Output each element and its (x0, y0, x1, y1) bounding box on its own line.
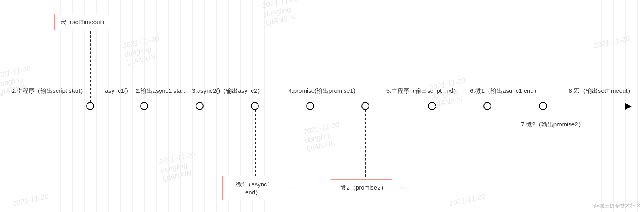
timeline-node (251, 102, 259, 110)
timeline-node-label: 6.微1（输出asunc1 end） (470, 87, 539, 95)
timeline-node-label: 2.输出async1 start (135, 87, 185, 95)
timeline-node-label: 1.主程序（输出script start） (12, 87, 87, 95)
timeline-node (428, 102, 436, 110)
timeline-node-label: 4.promise(输出promise1) (288, 87, 355, 95)
connector-dash (255, 110, 256, 176)
macro-task-callout: 宏（setTimeout） (54, 14, 120, 30)
watermark: 2021-11-20 (12, 192, 50, 208)
watermark: 2021-11-20 dongling QIANXIN (122, 34, 164, 68)
watermark: 2021-11-20 dongling QIANXIN (302, 120, 344, 154)
timeline-node (306, 102, 314, 110)
timeline-node (140, 102, 148, 110)
extra-label: 7.微2（输出promise2） (521, 121, 584, 128)
timeline-node (196, 102, 204, 110)
timeline-node (361, 102, 369, 110)
micro-task-callout: 微1（async1end） (222, 176, 291, 200)
timeline-node-label: 3.async2()（输出async2） (192, 87, 263, 95)
diagram-stage: 2021-11-20 dongling QIANXIN2021-11-20 do… (0, 0, 644, 212)
watermark: 2021-11-20 (593, 34, 631, 50)
timeline-node (86, 102, 94, 110)
watermark: 2021-11-20 dongling QIANXIN (261, 0, 303, 28)
timeline-node-label: async1() (105, 87, 128, 94)
watermark: 2021-11-20 (448, 192, 487, 208)
connector-dash (90, 31, 91, 102)
micro-task-callout: 微2（promise2） (331, 179, 403, 196)
timeline-arrowhead (625, 103, 632, 110)
timeline-node (539, 102, 547, 110)
watermark: 2021-11-20 dongling QIANXIN (158, 150, 200, 184)
timeline-node-label: 5.主程序（输出script end） (386, 87, 460, 95)
connector-dash (365, 110, 366, 177)
timeline-node (483, 102, 491, 110)
footer-credit: @稀土掘金技术社区 (594, 202, 641, 210)
timeline-node-label: 8.宏（输出setTimeout） (569, 87, 633, 95)
